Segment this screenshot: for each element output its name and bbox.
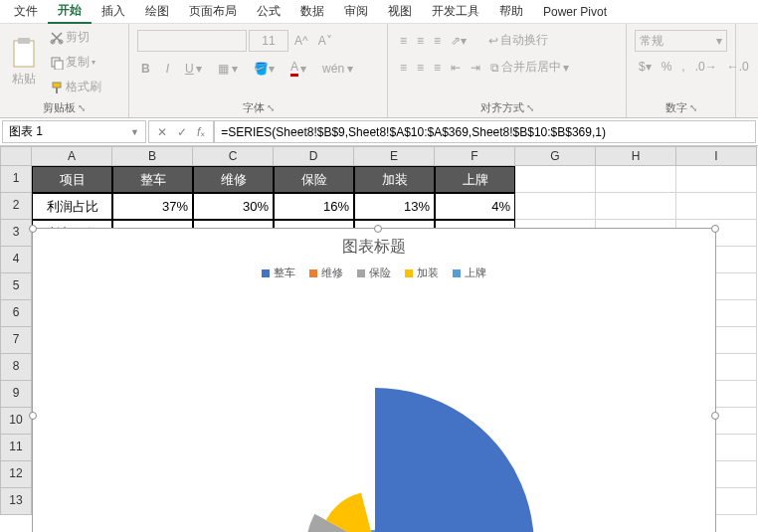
cell-B1[interactable]: 整车 xyxy=(112,166,193,193)
row-header-1[interactable]: 1 xyxy=(0,166,32,193)
row-header-13[interactable]: 13 xyxy=(0,488,32,515)
row-header-2[interactable]: 2 xyxy=(0,193,32,220)
row-header-8[interactable]: 8 xyxy=(0,354,32,381)
decrease-decimal-button[interactable]: ←.0 xyxy=(723,58,753,76)
clipboard-launcher[interactable]: ⤡ xyxy=(78,102,86,113)
row-header-4[interactable]: 4 xyxy=(0,247,32,273)
menu-review[interactable]: 审阅 xyxy=(334,0,378,23)
copy-button[interactable]: 复制▾ xyxy=(46,52,105,73)
fx-button[interactable]: fₓ xyxy=(197,125,205,139)
align-center-button[interactable]: ≡ xyxy=(413,59,428,77)
cancel-formula-button[interactable]: ✕ xyxy=(157,125,167,139)
row-header-12[interactable]: 12 xyxy=(0,461,32,488)
number-launcher[interactable]: ⤡ xyxy=(689,102,697,113)
fill-color-button[interactable]: 🪣▾ xyxy=(250,60,279,78)
menu-data[interactable]: 数据 xyxy=(290,0,334,23)
cell-C2[interactable]: 30% xyxy=(193,193,274,220)
align-launcher[interactable]: ⤡ xyxy=(526,102,534,113)
chart-object[interactable]: 图表标题 整车维修保险加装上牌 xyxy=(32,228,716,532)
row-header-7[interactable]: 7 xyxy=(0,327,32,354)
col-header-F[interactable]: F xyxy=(435,146,515,166)
cell-I1[interactable] xyxy=(676,166,757,193)
cut-button[interactable]: 剪切 xyxy=(46,27,105,48)
cell-G1[interactable] xyxy=(515,166,596,193)
col-header-A[interactable]: A xyxy=(32,146,112,166)
menu-powerpivot[interactable]: Power Pivot xyxy=(533,2,617,22)
menu-draw[interactable]: 绘图 xyxy=(135,0,179,23)
cell-H1[interactable] xyxy=(596,166,676,193)
cell-D1[interactable]: 保险 xyxy=(274,166,354,193)
font-color-button[interactable]: A▾ xyxy=(286,58,310,79)
cell-E1[interactable]: 加装 xyxy=(354,166,435,193)
row-header-5[interactable]: 5 xyxy=(0,273,32,300)
italic-button[interactable]: I xyxy=(162,60,173,78)
menu-layout[interactable]: 页面布局 xyxy=(179,0,247,23)
pie-slice-整车[interactable] xyxy=(375,388,534,532)
col-header-I[interactable]: I xyxy=(676,146,757,166)
cell-I2[interactable] xyxy=(676,193,757,220)
decrease-font-button[interactable]: A˅ xyxy=(314,32,336,50)
menu-formulas[interactable]: 公式 xyxy=(247,0,290,23)
resize-handle[interactable] xyxy=(711,225,719,233)
cell-D2[interactable]: 16% xyxy=(274,193,354,220)
menu-help[interactable]: 帮助 xyxy=(489,0,533,23)
comma-button[interactable]: , xyxy=(677,58,688,76)
wrap-text-button[interactable]: ↩ 自动换行 xyxy=(484,30,552,51)
menu-view[interactable]: 视图 xyxy=(378,0,422,23)
menu-home[interactable]: 开始 xyxy=(48,0,92,24)
align-bottom-button[interactable]: ≡ xyxy=(430,32,445,50)
phonetic-button[interactable]: wén ▾ xyxy=(318,60,357,78)
chart-plot-area[interactable] xyxy=(33,288,717,532)
resize-handle[interactable] xyxy=(711,412,719,420)
chart-legend[interactable]: 整车维修保险加装上牌 xyxy=(33,262,715,288)
legend-item[interactable]: 加装 xyxy=(405,266,439,280)
orientation-button[interactable]: ⇗▾ xyxy=(447,32,471,50)
cell-F2[interactable]: 4% xyxy=(435,193,515,220)
indent-increase-button[interactable]: ⇥ xyxy=(467,59,484,77)
row-header-6[interactable]: 6 xyxy=(0,300,32,327)
cell-A2[interactable]: 利润占比 xyxy=(32,193,112,220)
col-header-D[interactable]: D xyxy=(274,146,354,166)
cell-C1[interactable]: 维修 xyxy=(193,166,274,193)
cell-F1[interactable]: 上牌 xyxy=(435,166,515,193)
legend-item[interactable]: 维修 xyxy=(309,266,343,280)
menu-file[interactable]: 文件 xyxy=(4,0,48,23)
align-top-button[interactable]: ≡ xyxy=(396,32,411,50)
legend-item[interactable]: 保险 xyxy=(357,266,391,280)
number-format-select[interactable]: 常规▾ xyxy=(635,30,727,52)
currency-button[interactable]: $▾ xyxy=(635,58,656,76)
col-header-H[interactable]: H xyxy=(596,146,676,166)
percent-button[interactable]: % xyxy=(658,58,676,76)
resize-handle[interactable] xyxy=(374,225,382,233)
row-header-11[interactable]: 11 xyxy=(0,435,32,461)
resize-handle[interactable] xyxy=(29,225,37,233)
legend-item[interactable]: 整车 xyxy=(262,266,295,280)
font-launcher[interactable]: ⤡ xyxy=(267,102,275,113)
col-header-E[interactable]: E xyxy=(354,146,435,166)
col-header-C[interactable]: C xyxy=(193,146,274,166)
menu-insert[interactable]: 插入 xyxy=(92,0,135,23)
col-header-B[interactable]: B xyxy=(112,146,193,166)
name-box[interactable]: 图表 1 ▼ xyxy=(2,120,146,143)
font-name-select[interactable] xyxy=(137,30,247,52)
indent-decrease-button[interactable]: ⇤ xyxy=(447,59,465,77)
font-size-select[interactable]: 11 xyxy=(249,30,288,52)
legend-item[interactable]: 上牌 xyxy=(453,266,486,280)
format-painter-button[interactable]: 格式刷 xyxy=(46,77,105,97)
row-header-3[interactable]: 3 xyxy=(0,220,32,247)
resize-handle[interactable] xyxy=(29,412,37,420)
select-all-corner[interactable] xyxy=(0,146,32,166)
row-header-9[interactable]: 9 xyxy=(0,381,32,408)
chart-title[interactable]: 图表标题 xyxy=(33,229,715,262)
increase-decimal-button[interactable]: .0→ xyxy=(691,58,721,76)
align-middle-button[interactable]: ≡ xyxy=(413,32,428,50)
cell-A1[interactable]: 项目 xyxy=(32,166,112,193)
align-left-button[interactable]: ≡ xyxy=(396,59,411,77)
confirm-formula-button[interactable]: ✓ xyxy=(177,125,187,139)
row-header-10[interactable]: 10 xyxy=(0,408,32,435)
merge-center-button[interactable]: ⧉ 合并后居中▾ xyxy=(486,57,573,78)
cell-H2[interactable] xyxy=(596,193,676,220)
border-button[interactable]: ▦ ▾ xyxy=(214,60,242,78)
menu-dev[interactable]: 开发工具 xyxy=(422,0,489,23)
cell-B2[interactable]: 37% xyxy=(112,193,193,220)
